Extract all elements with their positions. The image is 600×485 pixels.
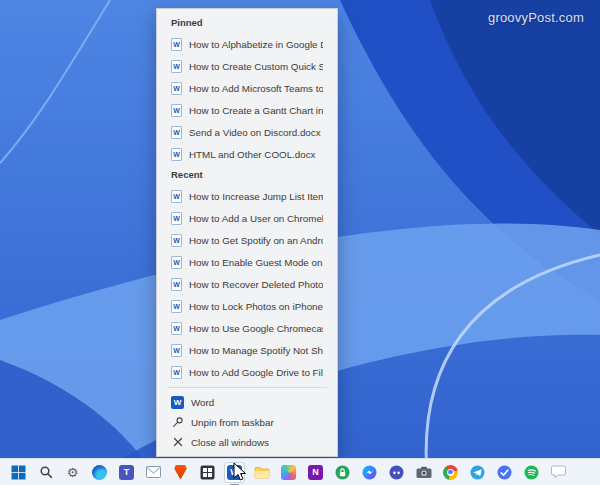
word-doc-icon: W (171, 300, 182, 313)
jumplist-item[interactable]: WHow to Use Google Chromecast Wi... (157, 317, 337, 339)
taskbar-icon-camera[interactable] (413, 462, 434, 483)
jumplist-item-label: How to Increase Jump List Items on... (189, 191, 323, 202)
taskbar-icon-file-explorer[interactable] (251, 462, 272, 483)
jumplist-item-label: How to Create Custom Quick Steps... (189, 61, 323, 72)
taskbar-icon-discord[interactable] (386, 462, 407, 483)
jumplist-item[interactable]: WHow to Increase Jump List Items on... (157, 185, 337, 207)
taskbar-icon-lock-green[interactable] (332, 462, 353, 483)
jumplist-item-label: How to Add Microsoft Teams to Ou... (189, 83, 323, 94)
jumplist-item-label: How to Recover Deleted Photos on... (189, 279, 323, 290)
jumplist-item[interactable]: WHow to Get Spotify on an Android L... (157, 229, 337, 251)
taskbar-icon-messenger[interactable] (359, 462, 380, 483)
jumplist-panel: PinnedWHow to Alphabetize in Google Docs… (156, 8, 338, 457)
jumplist-item[interactable]: WHow to Lock Photos on iPhone.docx (157, 295, 337, 317)
jumplist-app-word[interactable]: W Word (157, 392, 337, 412)
word-doc-icon: W (171, 278, 182, 291)
taskbar-icon-mail[interactable] (143, 462, 164, 483)
word-doc-icon: W (171, 38, 182, 51)
jumplist-item-label: Send a Video on Discord.docx (189, 127, 321, 138)
taskbar-icon-chat[interactable] (548, 462, 569, 483)
unpin-icon (171, 416, 184, 429)
taskbar-icon-settings[interactable]: ⚙ (62, 462, 83, 483)
jumplist-item[interactable]: WHTML and Other COOL.docx (157, 143, 337, 165)
jumplist-app-word-label: Word (191, 397, 214, 408)
taskbar-icon-edge[interactable] (89, 462, 110, 483)
word-doc-icon: W (171, 148, 182, 161)
jumplist-footer: W Word Unpin from taskbar (157, 392, 337, 452)
jumplist-item[interactable]: WSend a Video on Discord.docx (157, 121, 337, 143)
jumplist-close-all-action[interactable]: Close all windows (157, 432, 337, 452)
jumplist-item-label: How to Create a Gantt Chart in Goo... (189, 105, 323, 116)
jumplist-item[interactable]: WHow to Add Microsoft Teams to Ou... (157, 77, 337, 99)
desktop: groovyPost.com PinnedWHow to Alphabetize… (0, 0, 600, 485)
jumplist-unpin-label: Unpin from taskbar (191, 417, 274, 428)
word-doc-icon: W (171, 126, 182, 139)
jumplist-item[interactable]: WHow to Alphabetize in Google Docs... (157, 33, 337, 55)
word-doc-icon: W (171, 104, 182, 117)
word-doc-icon: W (171, 212, 182, 225)
word-doc-icon: W (171, 234, 182, 247)
taskbar-icon-teams[interactable]: T (116, 462, 137, 483)
jumplist-item-label: How to Add Google Drive to File Ex... (189, 367, 323, 378)
close-icon (171, 436, 184, 449)
jumplist-item[interactable]: WHow to Create a Gantt Chart in Goo... (157, 99, 337, 121)
jumplist-item-label: How to Lock Photos on iPhone.docx (189, 301, 323, 312)
taskbar-icon-ticktick[interactable] (494, 462, 515, 483)
jumplist-item[interactable]: WHow to Add Google Drive to File Ex... (157, 361, 337, 383)
taskbar-icon-app-grid[interactable] (197, 462, 218, 483)
jumplist-item-label: HTML and Other COOL.docx (189, 149, 316, 160)
taskbar-icon-spotify[interactable] (521, 462, 542, 483)
jumplist-item-label: How to Enable Guest Mode on Ch... (189, 257, 323, 268)
jumplist-item[interactable]: WHow to Manage Spotify Not Showi... (157, 339, 337, 361)
jumplist-section-header: Recent (157, 165, 337, 185)
word-doc-icon: W (171, 82, 182, 95)
taskbar-icon-photos[interactable] (278, 462, 299, 483)
taskbar-icon-telegram[interactable] (467, 462, 488, 483)
word-doc-icon: W (171, 344, 182, 357)
jumplist-item[interactable]: WHow to Create Custom Quick Steps... (157, 55, 337, 77)
taskbar-icon-search[interactable] (35, 462, 56, 483)
jumplist-item[interactable]: WHow to Recover Deleted Photos on... (157, 273, 337, 295)
jumplist-unpin-action[interactable]: Unpin from taskbar (157, 412, 337, 432)
taskbar-icon-chrome[interactable] (440, 462, 461, 483)
word-doc-icon: W (171, 60, 182, 73)
jumplist-sections: PinnedWHow to Alphabetize in Google Docs… (157, 13, 337, 383)
mouse-cursor (233, 462, 247, 482)
jumplist-item-label: How to Add a User on Chromeboo... (189, 213, 323, 224)
jumplist-item-label: How to Alphabetize in Google Docs... (189, 39, 323, 50)
word-doc-icon: W (171, 366, 182, 379)
divider (167, 387, 327, 388)
jumplist-item[interactable]: WHow to Enable Guest Mode on Ch... (157, 251, 337, 273)
watermark: groovyPost.com (488, 10, 584, 25)
word-doc-icon: W (171, 322, 182, 335)
jumplist-item-label: How to Get Spotify on an Android L... (189, 235, 323, 246)
word-doc-icon: W (171, 256, 182, 269)
jumplist-item-label: How to Use Google Chromecast Wi... (189, 323, 323, 334)
taskbar-icon-start[interactable] (8, 462, 29, 483)
taskbar-icons: ⚙TWN (0, 462, 577, 483)
taskbar-icon-brave[interactable] (170, 462, 191, 483)
jumplist-close-all-label: Close all windows (191, 437, 269, 448)
word-doc-icon: W (171, 190, 182, 203)
taskbar-icon-onenote[interactable]: N (305, 462, 326, 483)
jumplist-item[interactable]: WHow to Add a User on Chromeboo... (157, 207, 337, 229)
taskbar: ⚙TWN (0, 458, 600, 485)
word-app-icon: W (171, 396, 184, 409)
jumplist-item-label: How to Manage Spotify Not Showi... (189, 345, 323, 356)
jumplist-section-header: Pinned (157, 13, 337, 33)
